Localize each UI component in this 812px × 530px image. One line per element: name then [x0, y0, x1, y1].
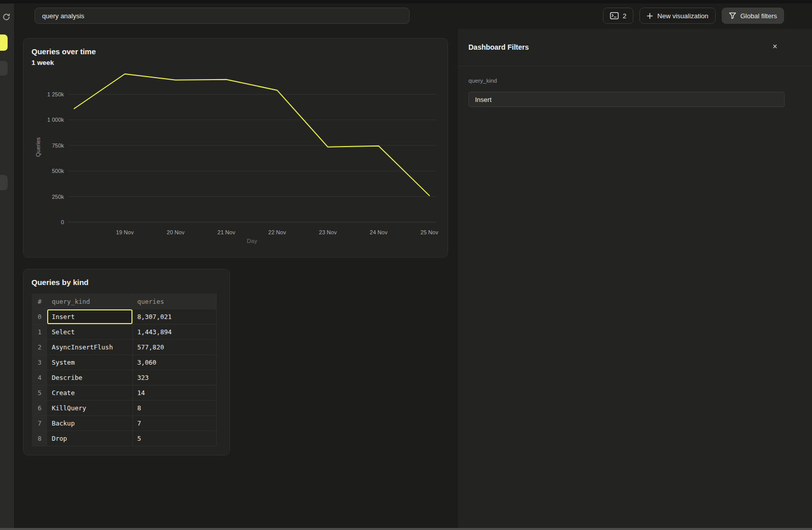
y-tick-label: 750k	[52, 143, 64, 149]
queries-by-kind-card: Queries by kind # query_kind queries 0In…	[23, 269, 230, 455]
filter-field-label: query_kind	[468, 78, 497, 84]
x-tick-label: 20 Nov	[167, 229, 185, 235]
filter-query-kind-input[interactable]	[468, 92, 785, 107]
cell-queries[interactable]: 14	[132, 385, 216, 401]
window-top-strip	[0, 0, 812, 4]
new-visualization-button[interactable]: New visualization	[639, 8, 715, 24]
dashboard-title-input[interactable]	[35, 8, 410, 24]
global-filters-button[interactable]: Global filters	[722, 8, 784, 24]
circular-arrow-icon	[2, 13, 11, 21]
queries-line-chart: 0250k500k750k1 000k1 250k19 Nov20 Nov21 …	[23, 69, 449, 258]
cell-queries[interactable]: 577,820	[132, 340, 216, 355]
header-actions: 2 New visualization Global filters	[603, 8, 784, 24]
cell-queries[interactable]: 3,060	[132, 355, 216, 370]
y-tick-label: 0	[61, 219, 64, 225]
x-tick-label: 23 Nov	[319, 229, 337, 235]
cell-query-kind[interactable]: Drop	[47, 431, 132, 446]
cell-query-kind[interactable]: KillQuery	[47, 401, 132, 416]
x-tick-label: 24 Nov	[370, 229, 388, 235]
dashboard-filters-panel: Dashboard Filters × query_kind	[457, 29, 812, 530]
x-axis-title: Day	[247, 238, 257, 244]
cell-queries[interactable]: 8	[132, 401, 216, 416]
funnel-icon	[729, 12, 736, 19]
column-header-index[interactable]: #	[32, 294, 47, 309]
table-row: 2AsyncInsertFlush577,820	[32, 340, 216, 355]
cell-query-kind[interactable]: Create	[47, 385, 132, 401]
table-row: 8Drop5	[32, 431, 216, 446]
chart-title: Queries over time	[31, 47, 96, 56]
cell-query-kind[interactable]: AsyncInsertFlush	[47, 340, 132, 355]
cell-index: 7	[32, 416, 47, 431]
sidebar-item-active[interactable]	[0, 34, 8, 51]
header-bar: 2 New visualization Global filters	[15, 4, 812, 29]
queries-table-body: 0Insert8,307,0211Select1,443,8942AsyncIn…	[32, 309, 216, 446]
cell-index: 0	[32, 309, 47, 325]
window-bottom-strip	[0, 528, 812, 530]
cell-index: 2	[32, 340, 47, 355]
cell-queries[interactable]: 8,307,021	[132, 309, 216, 325]
cell-queries[interactable]: 1,443,894	[132, 325, 216, 340]
cell-index: 8	[32, 431, 47, 446]
cell-queries[interactable]: 7	[132, 416, 216, 431]
table-title: Queries by kind	[31, 278, 89, 287]
cell-index: 4	[32, 370, 47, 385]
y-tick-label: 1 250k	[47, 91, 64, 97]
cell-queries[interactable]: 5	[132, 431, 216, 446]
cell-query-kind[interactable]: Describe	[47, 370, 132, 385]
cell-query-kind[interactable]: System	[47, 355, 132, 370]
y-tick-label: 250k	[52, 194, 64, 200]
cell-index: 3	[32, 355, 47, 370]
queries-over-time-card: Queries over time 1 week 0250k500k750k1 …	[23, 38, 448, 258]
column-header-queries[interactable]: queries	[132, 294, 216, 309]
terminal-icon	[610, 12, 619, 19]
y-tick-label: 1 000k	[47, 117, 64, 123]
close-icon[interactable]: ×	[769, 41, 781, 52]
table-row: 6KillQuery8	[32, 401, 216, 416]
cell-query-kind[interactable]: Insert	[47, 309, 132, 325]
table-row: 3System3,060	[32, 355, 216, 370]
cell-query-kind[interactable]: Select	[47, 325, 132, 340]
table-header-row: # query_kind queries	[32, 294, 216, 309]
plus-icon	[647, 13, 653, 19]
sidebar-item[interactable]	[0, 175, 8, 190]
cell-index: 5	[32, 385, 47, 401]
column-header-query-kind[interactable]: query_kind	[47, 294, 132, 309]
open-tabs-button[interactable]: 2	[603, 8, 633, 24]
queries-table: # query_kind queries 0Insert8,307,0211Se…	[32, 294, 217, 446]
table-row: 7Backup7	[32, 416, 216, 431]
cell-queries[interactable]: 323	[132, 370, 216, 385]
cell-index: 6	[32, 401, 47, 416]
y-tick-label: 500k	[52, 168, 64, 174]
global-filters-label: Global filters	[740, 12, 777, 20]
chart-subtitle: 1 week	[31, 59, 54, 66]
filters-panel-title: Dashboard Filters	[468, 43, 529, 51]
table-row: 5Create14	[32, 385, 216, 401]
table-row: 4Describe323	[32, 370, 216, 385]
table-row: 0Insert8,307,021	[32, 309, 216, 325]
new-visualization-label: New visualization	[657, 12, 708, 20]
x-tick-label: 25 Nov	[421, 229, 438, 235]
table-row: 1Select1,443,894	[32, 325, 216, 340]
cell-query-kind[interactable]: Backup	[47, 416, 132, 431]
panel-divider	[458, 66, 812, 66]
cell-index: 1	[32, 325, 47, 340]
y-axis-title: Queries	[35, 137, 41, 157]
left-sidebar-rail	[0, 4, 15, 530]
sidebar-item[interactable]	[0, 61, 8, 76]
x-tick-label: 22 Nov	[268, 229, 286, 235]
queries-table-wrap: # query_kind queries 0Insert8,307,0211Se…	[32, 294, 217, 446]
app-screen: 2 New visualization Global filters Queri…	[0, 0, 812, 530]
refresh-button[interactable]	[1, 11, 12, 22]
dashboard-canvas: Queries over time 1 week 0250k500k750k1 …	[15, 29, 457, 530]
series-line	[74, 74, 429, 196]
x-tick-label: 21 Nov	[218, 229, 235, 235]
open-tabs-count: 2	[623, 12, 626, 20]
x-tick-label: 19 Nov	[116, 229, 134, 235]
